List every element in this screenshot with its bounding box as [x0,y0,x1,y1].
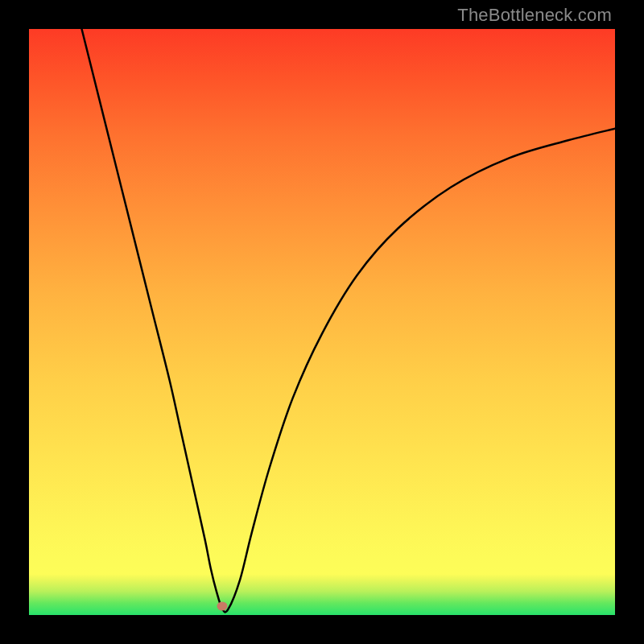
plot-area [29,29,615,615]
curve-path [82,29,615,612]
curve-svg [29,29,615,615]
minimum-marker [217,602,228,611]
watermark-text: TheBottleneck.com [457,5,612,26]
chart-container: TheBottleneck.com [0,0,644,644]
